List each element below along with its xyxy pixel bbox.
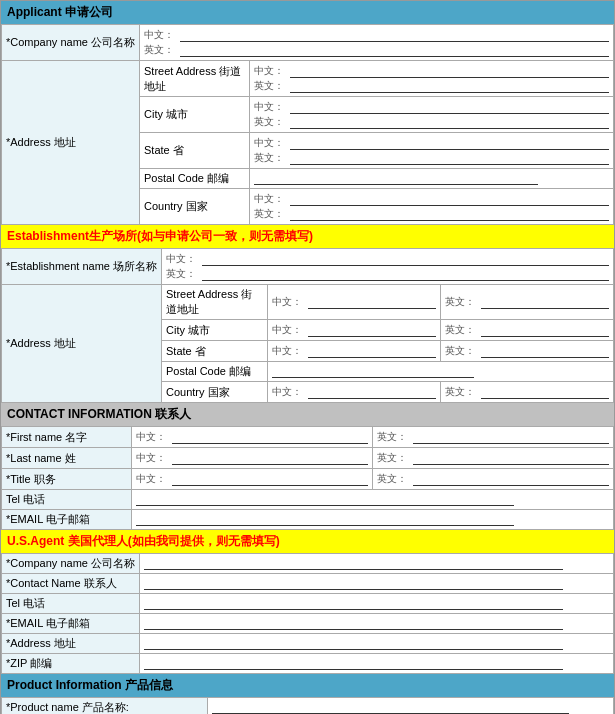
est-country-label: Country 国家 xyxy=(162,382,268,403)
agent-tel-label: Tel 电话 xyxy=(2,594,140,614)
title-row: *Title 职务 中文： 英文： xyxy=(2,469,614,490)
firstname-label: *First name 名字 xyxy=(2,427,132,448)
street-en-input[interactable] xyxy=(290,80,609,93)
title-en-cell: 英文： xyxy=(373,469,614,490)
applicant-header: Applicant 申请公司 xyxy=(1,1,614,24)
street-label-cell: Street Address 街道地址 xyxy=(140,61,250,97)
tel-input[interactable] xyxy=(136,493,514,506)
city-label-cell: City 城市 xyxy=(140,97,250,133)
agent-address-label: *Address 地址 xyxy=(2,634,140,654)
est-country-en-cell: 英文： xyxy=(441,382,614,403)
product-name-input[interactable] xyxy=(212,701,569,714)
state-zh-input[interactable] xyxy=(290,137,609,150)
agent-contact-input-cell xyxy=(140,574,614,594)
contact-table: *First name 名字 中文： 英文： *Last name 姓 中文： xyxy=(1,426,614,530)
est-street-en-input[interactable] xyxy=(481,296,609,309)
est-name-row: *Establishment name 场所名称 中文： 英文： xyxy=(2,249,614,285)
est-state-label: State 省 xyxy=(162,341,268,362)
lastname-row: *Last name 姓 中文： 英文： xyxy=(2,448,614,469)
establishment-table: *Establishment name 场所名称 中文： 英文： *Addres… xyxy=(1,248,614,403)
agent-zip-input[interactable] xyxy=(144,657,563,670)
street-zh-input[interactable] xyxy=(290,65,609,78)
est-street-label: Street Address 街道地址 xyxy=(162,285,268,320)
est-state-en-input[interactable] xyxy=(481,345,609,358)
agent-email-input[interactable] xyxy=(144,617,563,630)
agent-tel-input[interactable] xyxy=(144,597,563,610)
city-input-cell: 中文： 英文： xyxy=(250,97,614,133)
address-street-row: *Address 地址 Street Address 街道地址 中文： 英文： xyxy=(2,61,614,97)
est-state-zh-input[interactable] xyxy=(308,345,436,358)
agent-email-row: *EMAIL 电子邮箱 xyxy=(2,614,614,634)
est-city-en-input[interactable] xyxy=(481,324,609,337)
tel-input-cell xyxy=(132,490,614,510)
contact-header: CONTACT INFORMATION 联系人 xyxy=(1,403,614,426)
agent-zip-input-cell xyxy=(140,654,614,674)
company-en-label: 英文： xyxy=(144,43,174,57)
firstname-zh-cell: 中文： xyxy=(132,427,373,448)
product-header: Product Information 产品信息 xyxy=(1,674,614,697)
lastname-en-input[interactable] xyxy=(413,452,609,465)
lastname-zh-cell: 中文： xyxy=(132,448,373,469)
est-name-en-input[interactable] xyxy=(202,268,609,281)
firstname-en-input[interactable] xyxy=(413,431,609,444)
est-city-label: City 城市 xyxy=(162,320,268,341)
firstname-en-cell: 英文： xyxy=(373,427,614,448)
agent-zip-row: *ZIP 邮编 xyxy=(2,654,614,674)
agent-header: U.S.Agent 美国代理人(如由我司提供，则无需填写) xyxy=(1,530,614,553)
state-en-input[interactable] xyxy=(290,152,609,165)
state-label-cell: State 省 xyxy=(140,133,250,169)
est-country-zh-cell: 中文： xyxy=(268,382,441,403)
country-label-cell: Country 国家 xyxy=(140,189,250,225)
title-en-input[interactable] xyxy=(413,473,609,486)
postal-input-cell xyxy=(250,169,614,189)
email-input[interactable] xyxy=(136,513,514,526)
est-street-zh-input[interactable] xyxy=(308,296,436,309)
est-postal-input[interactable] xyxy=(272,365,474,378)
agent-email-label: *EMAIL 电子邮箱 xyxy=(2,614,140,634)
est-country-en-input[interactable] xyxy=(481,386,609,399)
agent-email-input-cell xyxy=(140,614,614,634)
product-name-row: *Product name 产品名称: xyxy=(2,698,614,715)
est-postal-input-cell xyxy=(268,362,614,382)
company-zh-input[interactable] xyxy=(180,29,609,42)
agent-contact-input[interactable] xyxy=(144,577,563,590)
country-en-input[interactable] xyxy=(290,208,609,221)
agent-company-input-cell xyxy=(140,554,614,574)
postal-input[interactable] xyxy=(254,172,538,185)
title-zh-input[interactable] xyxy=(172,473,368,486)
email-row: *EMAIL 电子邮箱 xyxy=(2,510,614,530)
est-street-zh-cell: 中文： xyxy=(268,285,441,320)
est-country-zh-input[interactable] xyxy=(308,386,436,399)
agent-address-input[interactable] xyxy=(144,637,563,650)
lastname-zh-input[interactable] xyxy=(172,452,368,465)
est-city-zh-cell: 中文： xyxy=(268,320,441,341)
agent-zip-label: *ZIP 邮编 xyxy=(2,654,140,674)
agent-company-input[interactable] xyxy=(144,557,563,570)
agent-address-input-cell xyxy=(140,634,614,654)
address-label: *Address 地址 xyxy=(2,61,140,225)
est-address-label: *Address 地址 xyxy=(2,285,162,403)
product-name-input-cell xyxy=(208,698,614,715)
est-name-zh-input[interactable] xyxy=(202,253,609,266)
city-en-input[interactable] xyxy=(290,116,609,129)
title-zh-cell: 中文： xyxy=(132,469,373,490)
city-zh-input[interactable] xyxy=(290,101,609,114)
tel-row: Tel 电话 xyxy=(2,490,614,510)
est-postal-label: Postal Code 邮编 xyxy=(162,362,268,382)
agent-contact-row: *Contact Name 联系人 xyxy=(2,574,614,594)
lastname-label: *Last name 姓 xyxy=(2,448,132,469)
state-input-cell: 中文： 英文： xyxy=(250,133,614,169)
tel-label: Tel 电话 xyxy=(2,490,132,510)
establishment-header: Establishment生产场所(如与申请公司一致，则无需填写) xyxy=(1,225,614,248)
product-table: *Product name 产品名称: *Model 型号: *Related … xyxy=(1,697,614,714)
agent-address-row: *Address 地址 xyxy=(2,634,614,654)
firstname-zh-input[interactable] xyxy=(172,431,368,444)
company-en-input[interactable] xyxy=(180,44,609,57)
est-name-input-cell: 中文： 英文： xyxy=(162,249,614,285)
country-zh-input[interactable] xyxy=(290,193,609,206)
street-input-cell: 中文： 英文： xyxy=(250,61,614,97)
firstname-row: *First name 名字 中文： 英文： xyxy=(2,427,614,448)
email-input-cell xyxy=(132,510,614,530)
est-city-zh-input[interactable] xyxy=(308,324,436,337)
agent-table: *Company name 公司名称 *Contact Name 联系人 Tel… xyxy=(1,553,614,674)
